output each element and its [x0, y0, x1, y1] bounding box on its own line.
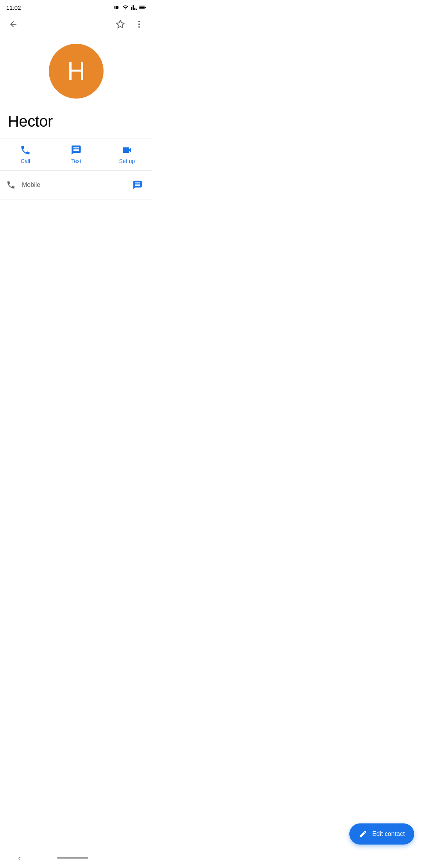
avatar-initial: H	[67, 57, 85, 86]
signal-icon	[131, 4, 138, 11]
favorite-button[interactable]	[112, 16, 129, 33]
more-options-button[interactable]	[131, 16, 148, 33]
status-icons	[113, 4, 146, 11]
phone-type: Mobile	[22, 181, 40, 188]
svg-rect-1	[139, 6, 145, 8]
contact-name: Hector	[8, 113, 145, 130]
sms-button[interactable]	[129, 176, 146, 194]
text-label: Text	[71, 158, 81, 164]
phone-row: Mobile	[0, 171, 152, 199]
phone-info: Mobile	[22, 181, 123, 188]
text-button[interactable]: Text	[51, 145, 102, 164]
back-button[interactable]	[5, 16, 22, 33]
wifi-icon	[122, 4, 129, 11]
avatar-section: H	[0, 34, 152, 106]
svg-point-5	[138, 26, 140, 28]
battery-icon	[139, 4, 146, 11]
svg-point-3	[138, 21, 140, 22]
svg-rect-2	[145, 7, 146, 8]
status-bar: 11:02	[0, 0, 152, 14]
avatar: H	[49, 44, 104, 99]
top-bar-actions	[112, 16, 148, 33]
divider-bottom	[0, 199, 152, 199]
status-time: 11:02	[6, 4, 21, 11]
setup-button[interactable]: Set up	[102, 145, 152, 164]
contact-name-section: Hector	[0, 106, 152, 138]
svg-point-4	[138, 23, 140, 25]
vibrate-icon	[113, 4, 120, 11]
phone-row-icon	[6, 180, 16, 190]
call-label: Call	[21, 158, 30, 164]
setup-label: Set up	[119, 158, 135, 164]
call-button[interactable]: Call	[0, 145, 51, 164]
action-buttons-row: Call Text Set up	[0, 138, 152, 170]
top-app-bar	[0, 14, 152, 34]
